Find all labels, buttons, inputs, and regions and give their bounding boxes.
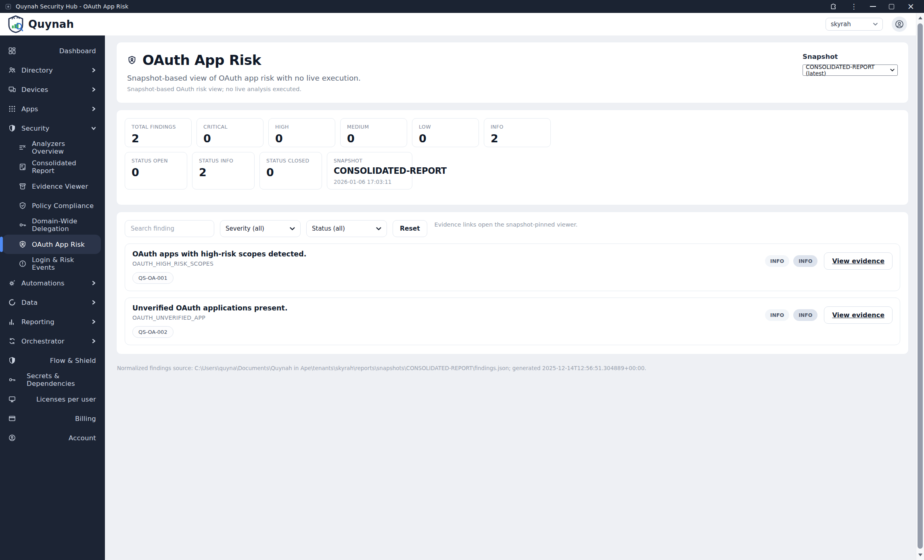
sidebar-item-label: Automations [21,279,65,287]
view-evidence-button[interactable]: View evidence [824,252,893,270]
sidebar-item-label: Secrets & Dependencies [27,372,96,387]
sidebar-item-label: Data [21,299,38,306]
sidebar-item-billing[interactable]: Billing [0,409,105,428]
severity-badge: INFO [765,309,789,321]
status-select[interactable]: Status (all) [306,220,387,237]
scroll-up-arrow-icon[interactable] [918,17,922,19]
sidebar-item-label: Billing [75,415,96,423]
chevron-down-icon [290,227,295,231]
gear-sparkle-icon [8,279,16,287]
person-circle-icon [8,434,16,442]
scroll-down-arrow-icon[interactable] [918,554,922,556]
status-badge: INFO [793,255,817,267]
stat-value: 0 [347,132,400,145]
devices-icon [8,85,16,94]
stat-value: 0 [203,132,257,145]
search-input[interactable] [125,220,214,237]
shield-icon [8,124,16,132]
stat-status-info: STATUS INFO 2 [192,152,255,189]
main-content: OAuth App Risk Snapshot-based view of OA… [105,35,916,560]
sidebar-item-label: Account [69,434,96,442]
key-icon [8,376,16,384]
license-ribbon-icon [8,395,16,403]
filters-note: Evidence links open the snapshot-pinned … [435,221,578,228]
page-subtitle: Snapshot-based view of OAuth app risk wi… [127,74,361,82]
stat-label: STATUS OPEN [132,158,180,164]
sidebar-item-reporting[interactable]: Reporting [0,312,105,331]
sidebar-item-label: Security [21,125,49,132]
extensions-puzzle-icon[interactable] [830,3,837,10]
stat-status-closed: STATUS CLOSED 0 [259,152,322,189]
sidebar-item-consolidated-report[interactable]: Consolidated Report [0,157,105,177]
finding-title: OAuth apps with high-risk scopes detecte… [132,250,306,258]
sidebar-item-label: Directory [21,67,53,74]
stat-label: SNAPSHOT [334,158,406,164]
sidebar-item-domain-wide-delegation[interactable]: Domain-Wide Delegation [0,215,105,235]
sidebar-item-dashboard[interactable]: Dashboard [0,41,105,60]
scrollbar-thumb[interactable] [918,23,923,549]
snapshot-label: Snapshot [803,53,838,60]
chevron-right-icon [92,319,96,324]
shield-icon [8,356,16,364]
sidebar: Dashboard Directory Devices [0,35,105,560]
stat-label: MEDIUM [347,124,400,130]
stat-high: HIGH 0 [268,118,335,147]
sidebar-item-data[interactable]: Data [0,293,105,312]
sidebar-item-login-risk-events[interactable]: Login & Risk Events [0,254,105,273]
severity-select[interactable]: Severity (all) [220,220,301,237]
sidebar-item-apps[interactable]: Apps [0,99,105,119]
bar-chart-icon [8,318,16,326]
sidebar-item-analyzers-overview[interactable]: Analyzers Overview [0,138,105,157]
sidebar-item-policy-compliance[interactable]: Policy Compliance [0,196,105,215]
sidebar-item-oauth-app-risk[interactable]: OAuth App Risk [2,235,101,254]
sidebar-item-secrets-and-dependencies[interactable]: Secrets & Dependencies [0,370,105,389]
sidebar-item-licenses-per-user[interactable]: Licenses per user [0,389,105,409]
sidebar-item-account[interactable]: Account [0,428,105,448]
report-check-icon [19,163,27,171]
snapshot-select[interactable]: CONSOLIDATED-REPORT (latest) [803,65,898,76]
stat-info: INFO 2 [484,118,551,147]
stat-snapshot: SNAPSHOT CONSOLIDATED-REPORT 2026-01-06 … [327,152,412,189]
sidebar-item-label: OAuth App Risk [32,241,85,248]
vertical-scrollbar[interactable] [916,13,924,560]
stat-value: 2 [132,132,185,145]
sidebar-item-flow-and-shield[interactable]: Flow & Shield [0,351,105,370]
sidebar-item-label: Dashboard [59,47,96,55]
minimize-button[interactable] [870,6,876,7]
dashboard-grid-icon [8,47,16,55]
sidebar-item-automations[interactable]: Automations [0,273,105,293]
tenant-select-value: skyrah [831,21,851,28]
sidebar-item-directory[interactable]: Directory [0,60,105,80]
chevron-right-icon [92,339,96,343]
chevron-down-icon [91,126,96,131]
sync-icon [8,337,16,345]
shield-check-icon [19,202,27,210]
sidebar-item-label: Analyzers Overview [32,140,96,155]
account-avatar-button[interactable] [892,17,907,32]
sidebar-item-label: Policy Compliance [32,202,94,210]
data-circle-icon [8,298,16,306]
sidebar-item-label: Apps [21,105,38,113]
view-evidence-button[interactable]: View evidence [824,306,893,324]
person-circle-icon [895,19,904,29]
close-button[interactable]: × [907,2,914,11]
reset-button[interactable]: Reset [393,220,427,237]
chevron-right-icon [92,68,96,73]
sidebar-item-orchestrator[interactable]: Orchestrator [0,331,105,351]
findings-panel: Severity (all) Status (all) Reset Eviden… [116,212,909,354]
finding-row: Unverified OAuth applications present. O… [125,298,900,345]
finding-rule-code: OAUTH_UNVERIFIED_APP [132,314,288,321]
sidebar-item-label: Evidence Viewer [32,183,88,190]
quynah-shield-logo-icon [7,15,24,33]
tenant-select[interactable]: skyrah [826,18,883,31]
browser-menu-kebab-icon[interactable]: ⋮ [850,3,857,10]
sidebar-item-devices[interactable]: Devices [0,80,105,99]
sidebar-item-evidence-viewer[interactable]: Evidence Viewer [0,177,105,196]
page-title: OAuth App Risk [142,52,261,68]
sidebar-item-label: Consolidated Report [32,159,96,175]
sidebar-item-security[interactable]: Security [0,119,105,138]
severity-badge: INFO [765,255,789,267]
stat-label: HIGH [275,124,328,130]
maximize-button[interactable] [889,4,894,9]
finding-row: OAuth apps with high-risk scopes detecte… [125,244,900,291]
